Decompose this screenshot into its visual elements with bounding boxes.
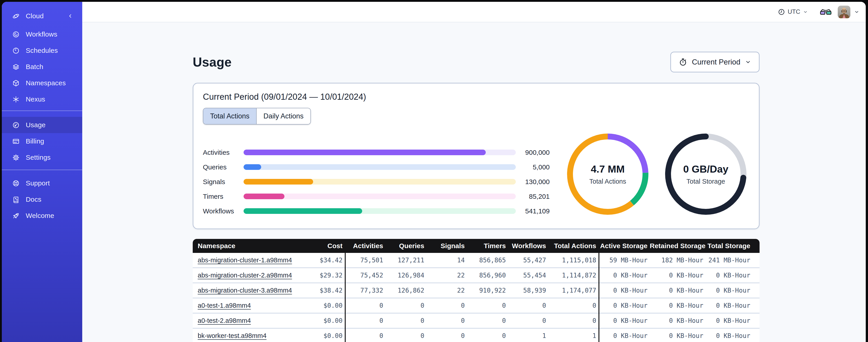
bar-row-queries: Queries5,000 [203,160,550,174]
period-selector-button[interactable]: Current Period [670,52,760,72]
table-row: a0-test-2.a98mm4$0.000000000 KB-Hour0 KB… [193,313,760,329]
sidebar-item-support[interactable]: Support [2,175,82,191]
table-cell: 0 [427,317,467,324]
content-area: Usage Current Period Current Period (09/… [193,22,760,342]
workflows-icon [12,31,20,38]
namespaces-icon [12,79,20,87]
column-header-activities: Activities [345,242,385,250]
table-cell: 14 [427,256,467,264]
table-cell: 0 [548,302,598,309]
actions-view-tabs: Total ActionsDaily Actions [203,108,311,125]
table-cell: 0 [345,317,385,324]
sidebar-item-welcome[interactable]: Welcome [2,208,82,224]
sidebar-item-label: Namespaces [26,79,66,87]
usage-icon [12,122,20,129]
table-cell: 856,960 [467,272,508,279]
nerd-glasses-icon [820,8,832,16]
sidebar-header[interactable]: Cloud [2,8,82,24]
table-cell: 856,865 [467,256,508,264]
sidebar-item-billing[interactable]: Billing [2,133,82,149]
column-header-timers: Timers [467,242,508,250]
table-cell: 1 [508,332,548,340]
table-row: abs-migration-cluster-2.a98mm4$29.3275,4… [193,268,760,283]
clock-icon [778,8,785,15]
billing-icon [12,138,20,145]
table-cell: 0 [467,317,508,324]
usage-bar-chart: Activities900,000Queries5,000Signals130,… [203,145,550,218]
namespace-link[interactable]: abs-migration-cluster-2.a98mm4 [198,272,292,279]
bar-track [244,194,516,199]
table-cell: 0 [508,302,548,309]
column-header-active-storage: Active Storage [598,242,650,250]
sidebar-divider [2,170,82,170]
tab-daily-actions[interactable]: Daily Actions [257,108,310,124]
sidebar-item-label: Billing [26,137,44,145]
table-cell: 0 [345,332,385,340]
sidebar-item-label: Batch [26,63,43,71]
namespace-usage-table: NamespaceCostActivitiesQueriesSignalsTim… [193,239,760,342]
table-cell: 0 KB-Hour [598,272,650,279]
table-cell: $38.42 [319,287,345,294]
bar-row-label: Queries [203,163,244,171]
user-avatar[interactable] [838,6,850,18]
column-header-signals: Signals [427,242,467,250]
table-cell: 1 [548,332,598,340]
sidebar-item-settings[interactable]: Settings [2,149,82,166]
table-cell: 0 KB-Hour [706,287,760,294]
table-cell: 910,922 [467,287,508,294]
table-cell: 22 [427,287,467,294]
period-selector-label: Current Period [692,58,740,66]
sidebar-item-workflows[interactable]: Workflows [2,26,82,42]
sidebar-item-label: Schedules [26,47,58,55]
sidebar-item-nexus[interactable]: Nexus [2,91,82,107]
bar-track [244,164,516,170]
sidebar-item-schedules[interactable]: Schedules [2,42,82,59]
batch-icon [12,63,20,71]
namespace-cell: abs-migration-cluster-3.a98mm4 [193,287,319,294]
chevron-down-icon [803,9,808,14]
sidebar-item-namespaces[interactable]: Namespaces [2,75,82,91]
card-title: Current Period (09/01/2024 — 10/01/2024) [203,92,749,102]
account-menu-chevron[interactable] [854,9,860,15]
donut-center-labels: 4.7 MMTotal Actions [567,134,648,215]
table-cell: 182 MB-Hour [650,256,706,264]
table-row: bk-worker-test.a98mm4$0.000000110 KB-Hou… [193,329,760,342]
feedback-glasses-button[interactable] [820,8,832,16]
namespace-cell: a0-test-2.a98mm4 [193,317,319,324]
sidebar-item-docs[interactable]: Docs [2,191,82,208]
table-cell: 0 KB-Hour [706,272,760,279]
column-group-divider [345,253,346,342]
table-cell: 55,427 [508,256,548,264]
timezone-label: UTC [788,8,801,15]
sidebar-nav-primary: WorkflowsSchedulesBatchNamespacesNexus [2,26,82,107]
table-cell: 127,211 [385,256,427,264]
timezone-selector[interactable]: UTC [778,8,808,15]
namespace-link[interactable]: abs-migration-cluster-1.a98mm4 [198,256,292,264]
donut-total-storage: 0 GB/DayTotal Storage [665,134,746,215]
sidebar-item-label: Docs [26,196,41,203]
sidebar-item-label: Support [26,179,50,187]
table-cell: 0 [385,317,427,324]
table-cell: 0 KB-Hour [598,287,650,294]
table-cell: 241 MB-Hour [706,256,760,264]
namespace-link[interactable]: bk-worker-test.a98mm4 [198,332,267,339]
namespace-link[interactable]: a0-test-2.a98mm4 [198,317,251,324]
sidebar-item-batch[interactable]: Batch [2,59,82,75]
tab-total-actions[interactable]: Total Actions [203,108,257,124]
column-header-cost: Cost [319,242,345,250]
bar-row-value: 900,000 [516,149,550,156]
usage-summary-card: Current Period (09/01/2024 — 10/01/2024)… [193,83,760,229]
table-cell: $0.00 [319,302,345,309]
column-header-total-storage: Total Storage [706,242,760,250]
bar-row-timers: Timers85,201 [203,189,550,204]
usage-charts: Activities900,000Queries5,000Signals130,… [203,134,749,218]
donut-label: Total Storage [687,178,725,185]
namespace-link[interactable]: abs-migration-cluster-3.a98mm4 [198,287,292,294]
table-cell: 0 KB-Hour [650,332,706,340]
sidebar-item-usage[interactable]: Usage [2,117,82,133]
sidebar-item-label: Usage [26,121,45,129]
table-cell: 59 MB-Hour [598,256,650,264]
namespace-link[interactable]: a0-test-1.a98mm4 [198,302,251,309]
chevron-left-icon[interactable] [67,13,73,19]
table-row: a0-test-1.a98mm4$0.000000000 KB-Hour0 KB… [193,298,760,313]
